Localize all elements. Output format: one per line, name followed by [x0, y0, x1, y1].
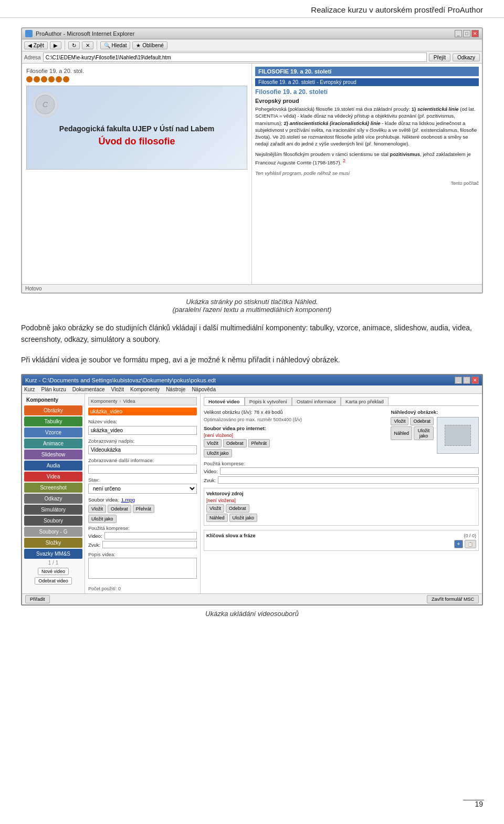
address-label: Adresa [24, 55, 41, 60]
sidebar-item-audia[interactable]: Audia [24, 461, 82, 471]
editor-maximize[interactable]: □ [463, 377, 470, 384]
sidebar-item-simulatory[interactable]: Simulátory [24, 505, 82, 515]
nav-dot-5[interactable] [56, 76, 62, 82]
ulozit-preview[interactable]: Uložit jako [414, 426, 434, 440]
vektorovy-label: Vektorový zdroj [206, 491, 476, 496]
menu-komponenty[interactable]: Komponenty [130, 387, 160, 392]
stav-select[interactable]: není určeno [88, 484, 197, 494]
new-video-btn[interactable]: Nové video [38, 568, 69, 575]
editor-close[interactable]: ✕ [471, 377, 479, 384]
sidebar-item-svazky[interactable]: Svazky MM&S [24, 549, 82, 559]
vlozit-btn[interactable]: Vložit [88, 505, 106, 513]
nav-dot-1[interactable] [26, 76, 33, 82]
favorites-btn[interactable]: ★ Oblíbené [132, 41, 167, 49]
maximize-btn[interactable]: □ [463, 30, 470, 37]
close-btn[interactable]: ✕ [471, 30, 479, 37]
action-btns: Vložit Odebrat Přehrát [88, 505, 197, 513]
tab-hotove-video[interactable]: Hotové video [204, 397, 245, 405]
odebrat-btn[interactable]: Odebrat [108, 505, 131, 513]
soubor-link[interactable]: 1.mpg [121, 497, 135, 503]
tab-karta[interactable]: Karta pro překlad [341, 397, 388, 405]
sidebar-item-videa[interactable]: Videa [24, 472, 82, 482]
sidebar-item-odkazy[interactable]: Odkazy [24, 494, 82, 504]
editor-title: Kurz - C:\Documents and Settings\kubisto… [25, 377, 216, 383]
links-btn[interactable]: Odkazy [453, 54, 480, 61]
menu-vlozit[interactable]: Vložit [111, 387, 124, 392]
search-btn[interactable]: 🔍 Hledat [100, 41, 131, 49]
menu-napoveda[interactable]: Nápověda [192, 387, 216, 392]
nav-dot-3[interactable] [41, 76, 47, 82]
video-label: Video: [88, 533, 102, 539]
nahledovy-btns1: Vložit Odebrat [391, 417, 434, 425]
menu-kurz[interactable]: Kurz [24, 387, 35, 392]
zavrit-formular-btn[interactable]: Zavřít formulář MSC [427, 595, 479, 603]
sidebar-item-slozky[interactable]: Složky [24, 538, 82, 548]
prehrat-internet[interactable]: Přehrát [248, 439, 270, 447]
nav-dot-6[interactable] [63, 76, 69, 82]
odebrat-vektor[interactable]: Odebrat [226, 504, 249, 513]
ulozit-internet[interactable]: Uložit jako [204, 449, 232, 457]
video2-input[interactable] [220, 467, 479, 475]
current-item-label: ukázka_video [88, 408, 197, 415]
sidebar-item-obrazky[interactable]: Obrázky [24, 405, 82, 415]
sidebar-item-tabulky[interactable]: Tabulky [24, 416, 82, 426]
forward-btn[interactable]: ▶ [50, 41, 61, 49]
plus-btn[interactable]: + [454, 540, 463, 548]
go-btn[interactable]: Přejít [429, 54, 450, 61]
stop-btn[interactable]: ✕ [82, 41, 93, 49]
address-input[interactable] [43, 53, 427, 62]
vlozit-vektor[interactable]: Vložit [206, 504, 224, 513]
dalsi-input[interactable] [88, 465, 197, 474]
browser-titlebar-left: ProAuthor - Microsoft Internet Explorer [25, 30, 134, 37]
menu-dokumentace[interactable]: Dokumentace [72, 387, 105, 392]
video-input[interactable] [104, 532, 197, 539]
refresh-btn[interactable]: ↻ [68, 41, 80, 49]
back-btn[interactable]: ◀ Zpět [24, 41, 48, 49]
internet-action-btns: Vložit Odebrat Přehrát [204, 439, 385, 447]
klicova-label: Klíčová slova a fráze [206, 533, 255, 538]
zobrazovany-input[interactable] [88, 445, 197, 454]
editor-minimize[interactable]: _ [455, 377, 462, 384]
svg-text:C: C [43, 100, 48, 109]
tabs-row: Hotové video Popis k vytvoření Ostatní i… [204, 397, 479, 406]
vlozit-preview[interactable]: Vložit [391, 417, 408, 425]
stav-field-group: Stav: není určeno [88, 477, 197, 494]
tab-ostatni[interactable]: Ostatní informace [292, 397, 341, 405]
nahled-preview[interactable]: Náhled [391, 426, 412, 440]
ulozit-jako-btn[interactable]: Uložit jako [88, 515, 117, 523]
sidebar-item-vzorce[interactable]: Vzorce [24, 427, 82, 437]
video-row: Video: [88, 532, 197, 539]
odebrat-preview[interactable]: Odebrat [410, 417, 434, 425]
nav-dot-4[interactable] [48, 76, 55, 82]
vlozit-internet[interactable]: Vložit [204, 439, 222, 447]
zvuk-input[interactable] [102, 541, 197, 548]
odebrat-internet[interactable]: Odebrat [223, 439, 247, 447]
prehrat-btn[interactable]: Přehrát [133, 505, 155, 513]
browser-screenshot: ProAuthor - Microsoft Internet Explorer … [21, 27, 483, 294]
page-header: Realizace kurzu v autorském prostředí Pr… [0, 0, 504, 18]
menu-nastroje[interactable]: Nástroje [166, 387, 185, 392]
sidebar-item-soubory[interactable]: Soubory [24, 516, 82, 526]
tab-popis[interactable]: Popis k vytvoření [245, 397, 292, 405]
editor-body: Komponenty Obrázky Tabulky Vzorce Animac… [22, 394, 482, 593]
sidebar-item-animace[interactable]: Animace [24, 439, 82, 448]
zvuk2-input[interactable] [218, 476, 479, 484]
sidebar-item-slideshow[interactable]: Slideshow [24, 450, 82, 460]
nav-dot-2[interactable] [34, 76, 40, 82]
minimize-btn[interactable]: _ [455, 30, 462, 37]
sidebar-item-screenshot[interactable]: Screenshot [24, 483, 82, 493]
remove-video-btn[interactable]: Odebrat video [35, 577, 72, 585]
velikost-label: Velikost obrázku (š/v): [204, 409, 253, 415]
nazev-input[interactable] [88, 426, 197, 435]
menu-plan[interactable]: Plán kurzu [41, 387, 66, 392]
prirazadit-btn[interactable]: Přiřadit [25, 595, 50, 603]
zobrazovany-label: Zobrazovaný nadpis: [88, 438, 197, 444]
script-btn[interactable]: 📋 [465, 540, 476, 548]
nahled-vektor[interactable]: Náhled [206, 514, 228, 522]
popis-textarea[interactable] [88, 558, 197, 579]
soubor-label: Soubor videa: [88, 497, 119, 503]
sidebar-item-soubory-g[interactable]: Soubory - G [24, 527, 82, 537]
philosophy-text3: Ten vyhlásil program, podle něhož se mus… [255, 170, 479, 176]
ulozit-vektor[interactable]: Uložit jako [229, 514, 258, 522]
preview-image-box [437, 417, 479, 454]
